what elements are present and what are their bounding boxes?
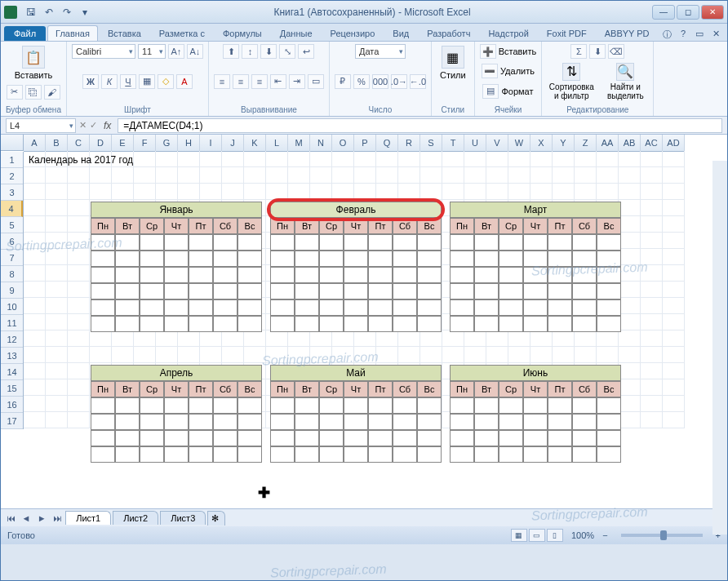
calendar-cell[interactable] (523, 234, 548, 251)
format-painter-icon[interactable]: 🖌 (44, 85, 60, 100)
calendar-cell[interactable] (115, 267, 140, 283)
paste-button[interactable]: 📋 Вставить (11, 44, 56, 82)
calendar-cell[interactable] (91, 446, 115, 463)
page-break-view-icon[interactable]: ▯ (547, 529, 563, 542)
tab-foxit[interactable]: Foxit PDF (539, 25, 595, 41)
column-headers[interactable]: ABCDEFGHIJKLMNOPQRSTUVWXYZAAABACAD (24, 135, 685, 152)
calendar-cell[interactable] (295, 251, 319, 267)
calendar-cell[interactable] (270, 316, 295, 332)
calendar-cell[interactable] (523, 414, 548, 430)
column-header[interactable]: AA (597, 135, 619, 151)
calendar-cell[interactable] (237, 414, 262, 430)
calendar-cell[interactable] (344, 397, 368, 414)
calendar-cell[interactable] (189, 283, 213, 299)
column-header[interactable]: L (266, 135, 288, 151)
calendar-cell[interactable] (270, 299, 295, 316)
column-header[interactable]: Z (575, 135, 597, 151)
calendar-cell[interactable] (523, 299, 548, 316)
calendar-cell[interactable] (548, 397, 572, 414)
calendar-cell[interactable] (115, 251, 140, 267)
calendar-cell[interactable] (417, 414, 442, 430)
undo-icon[interactable]: ↶ (42, 5, 56, 20)
calendar-cell[interactable] (189, 267, 213, 283)
calendar-cell[interactable] (368, 299, 393, 316)
minimize-ribbon-icon[interactable]: ⓘ (660, 29, 673, 41)
normal-view-icon[interactable]: ▦ (511, 529, 527, 542)
calendar-cell[interactable] (548, 234, 572, 251)
calendar-cell[interactable] (499, 397, 523, 414)
calendar-cell[interactable] (270, 283, 295, 299)
tab-abbyy[interactable]: ABBYY PD (597, 25, 658, 41)
calendar-cell[interactable] (572, 267, 597, 283)
decrease-font-icon[interactable]: A↓ (187, 44, 203, 59)
column-header[interactable]: H (178, 135, 200, 151)
bold-button[interactable]: Ж (82, 74, 99, 89)
calendar-cell[interactable] (368, 430, 393, 446)
calendar-cell[interactable] (344, 267, 368, 283)
tab-insert[interactable]: Вставка (100, 25, 149, 41)
column-header[interactable]: P (354, 135, 376, 151)
calendar-cell[interactable] (474, 397, 499, 414)
calendar-cell[interactable] (393, 430, 417, 446)
calendar-cell[interactable] (189, 430, 213, 446)
calendar-cell[interactable] (572, 299, 597, 316)
calendar-cell[interactable] (237, 234, 262, 251)
calendar-cell[interactable] (91, 397, 115, 414)
calendar-cell[interactable] (189, 299, 213, 316)
calendar-cell[interactable] (548, 267, 572, 283)
calendar-cell[interactable] (417, 397, 442, 414)
calendar-cell[interactable] (344, 299, 368, 316)
cut-icon[interactable]: ✂ (7, 85, 23, 100)
calendar-cell[interactable] (344, 446, 368, 463)
indent-increase-icon[interactable]: ⇥ (289, 74, 305, 89)
calendar-cell[interactable] (237, 316, 262, 332)
calendar-cell[interactable] (115, 430, 140, 446)
align-middle-icon[interactable]: ↕ (242, 44, 258, 59)
column-header[interactable]: T (442, 135, 464, 151)
month-title-april[interactable]: Апрель (91, 365, 262, 381)
calendar-cell[interactable] (548, 251, 572, 267)
indent-decrease-icon[interactable]: ⇤ (270, 74, 286, 89)
column-header[interactable]: G (156, 135, 178, 151)
calendar-cell[interactable] (189, 234, 213, 251)
calendar-cell[interactable] (450, 251, 474, 267)
align-left-icon[interactable]: ≡ (214, 74, 230, 89)
column-header[interactable]: C (68, 135, 90, 151)
tab-view[interactable]: Вид (384, 25, 417, 41)
calendar-cell[interactable] (523, 251, 548, 267)
calendar-cell[interactable] (523, 267, 548, 283)
calendar-cell[interactable] (270, 251, 295, 267)
calendar-cell[interactable] (91, 267, 115, 283)
calendar-cell[interactable] (450, 316, 474, 332)
column-header[interactable]: D (90, 135, 112, 151)
calendar-cell[interactable] (164, 316, 189, 332)
calendar-cell[interactable] (597, 446, 621, 463)
fill-icon[interactable]: ⬇ (589, 44, 606, 59)
calendar-cell[interactable] (368, 316, 393, 332)
next-sheet-icon[interactable]: ► (35, 513, 48, 523)
decrease-decimal-icon[interactable]: ←.0 (410, 74, 426, 89)
calendar-cell[interactable] (548, 446, 572, 463)
calendar-cell[interactable] (597, 267, 621, 283)
calendar-cell[interactable] (237, 397, 262, 414)
calendar-cell[interactable] (237, 430, 262, 446)
calendar-cell[interactable] (91, 316, 115, 332)
font-size-combo[interactable]: 11 (138, 44, 166, 59)
zoom-slider[interactable] (621, 534, 703, 537)
sheet-tab-3[interactable]: Лист3 (160, 511, 206, 525)
calendar-cell[interactable] (597, 414, 621, 430)
column-header[interactable]: AD (663, 135, 685, 151)
calendar-cell[interactable] (597, 299, 621, 316)
calendar-cell[interactable] (140, 414, 164, 430)
wrap-text-icon[interactable]: ↩ (298, 44, 314, 59)
tab-formulas[interactable]: Формулы (215, 25, 270, 41)
row-header[interactable]: 1 (1, 152, 23, 168)
calendar-cell[interactable] (140, 397, 164, 414)
column-header[interactable]: R (398, 135, 420, 151)
sheet-tab-2[interactable]: Лист2 (113, 511, 158, 525)
calendar-cell[interactable] (164, 299, 189, 316)
column-header[interactable]: B (46, 135, 68, 151)
redo-icon[interactable]: ↷ (60, 5, 74, 20)
find-select-button[interactable]: 🔍 Найти и выделить (602, 63, 648, 100)
row-header[interactable]: 10 (1, 299, 23, 315)
